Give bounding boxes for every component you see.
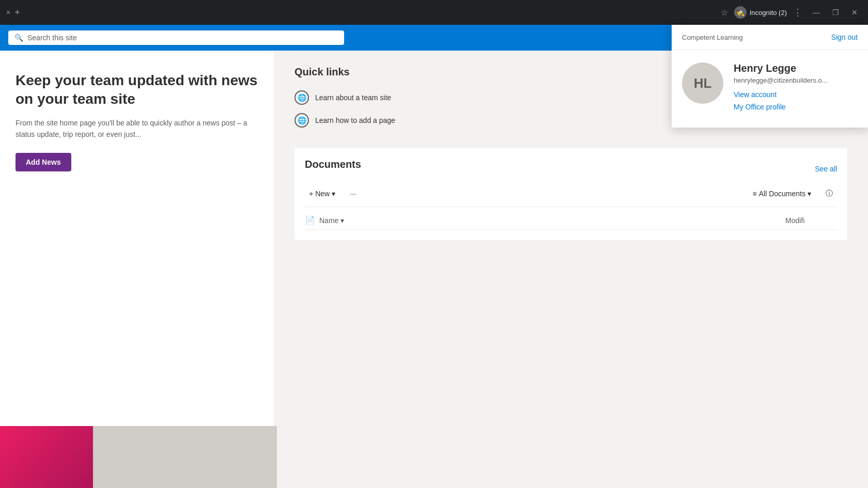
profile-name: Henry Legge (734, 62, 858, 74)
card-gray (93, 426, 277, 488)
quick-link-text-2: Learn how to add a page (315, 116, 395, 124)
profile-email: henrylegge@citizenbuilders.o... (734, 76, 858, 84)
globe-icon-2: 🌐 (295, 113, 309, 128)
search-box[interactable]: 🔍 Search this site (8, 30, 344, 45)
left-panel: Keep your team updated with news on your… (0, 51, 274, 488)
search-placeholder-text: Search this site (27, 34, 77, 42)
browser-chrome: × + ☆ 🕵 Incognito (2) ⋮ — ❐ ✕ (0, 0, 868, 25)
my-office-profile-link[interactable]: My Office profile (734, 103, 858, 111)
profile-dropdown: Competent Learning Sign out HL Henry Leg… (672, 25, 868, 128)
close-button[interactable]: ✕ (847, 6, 862, 19)
new-chevron-icon: ▾ (332, 190, 335, 198)
sign-out-button[interactable]: Sign out (831, 33, 858, 41)
documents-section: Documents See all + New ▾ ··· ≡ All Docu… (295, 148, 847, 240)
org-name: Competent Learning (682, 34, 743, 41)
browser-menu-icon[interactable]: ⋮ (793, 7, 802, 18)
incognito-badge: 🕵 Incognito (2) (734, 6, 787, 19)
profile-info: HL Henry Legge henrylegge@citizenbuilder… (682, 62, 858, 115)
win-controls: — ❐ ✕ (809, 6, 862, 19)
card-pink (0, 426, 93, 488)
view-chevron-icon: ▾ (808, 190, 811, 198)
doc-type-icon: 📄 (305, 215, 315, 225)
globe-icon-1: 🌐 (295, 90, 309, 105)
view-icon: ≡ (753, 190, 757, 198)
view-selector-button[interactable]: ≡ All Documents ▾ (749, 187, 815, 200)
profile-details: Henry Legge henrylegge@citizenbuilders.o… (734, 62, 858, 115)
doc-col-header: 📄 Name ▾ Modifi (305, 211, 837, 230)
bottom-cards (0, 426, 277, 488)
col-modified-header: Modifi (785, 216, 837, 225)
hero-description: From the site home page you'll be able t… (16, 117, 258, 140)
search-icon: 🔍 (14, 34, 23, 42)
info-button[interactable]: ⓘ (822, 187, 837, 200)
tab-bar: × + (6, 7, 717, 18)
add-news-button[interactable]: Add News (16, 153, 71, 171)
new-tab-icon[interactable]: + (14, 7, 20, 18)
browser-controls-right: ☆ 🕵 Incognito (2) ⋮ — ❐ ✕ (721, 6, 862, 19)
new-button[interactable]: + New ▾ (305, 187, 339, 200)
tab-close-icon[interactable]: × (6, 8, 10, 17)
see-all-link[interactable]: See all (815, 165, 837, 173)
plus-icon: + (309, 190, 313, 198)
hero-title: Keep your team updated with news on your… (16, 71, 258, 109)
profile-body: HL Henry Legge henrylegge@citizenbuilder… (672, 50, 868, 128)
incognito-icon: 🕵 (734, 6, 747, 19)
profile-dropdown-header: Competent Learning Sign out (672, 25, 868, 50)
view-account-link[interactable]: View account (734, 90, 858, 99)
name-sort-icon: ▾ (340, 216, 344, 225)
maximize-button[interactable]: ❐ (828, 6, 843, 19)
quick-link-text-1: Learn about a team site (315, 93, 391, 102)
profile-avatar-large: HL (682, 62, 723, 104)
star-icon[interactable]: ☆ (721, 8, 728, 18)
documents-title: Documents (305, 159, 361, 170)
documents-header: Documents See all (305, 159, 837, 179)
minimize-button[interactable]: — (809, 6, 824, 19)
col-name-header[interactable]: Name ▾ (319, 216, 785, 225)
more-options-button[interactable]: ··· (346, 187, 360, 200)
incognito-label: Incognito (2) (750, 9, 787, 17)
doc-toolbar: + New ▾ ··· ≡ All Documents ▾ ⓘ (305, 187, 837, 207)
